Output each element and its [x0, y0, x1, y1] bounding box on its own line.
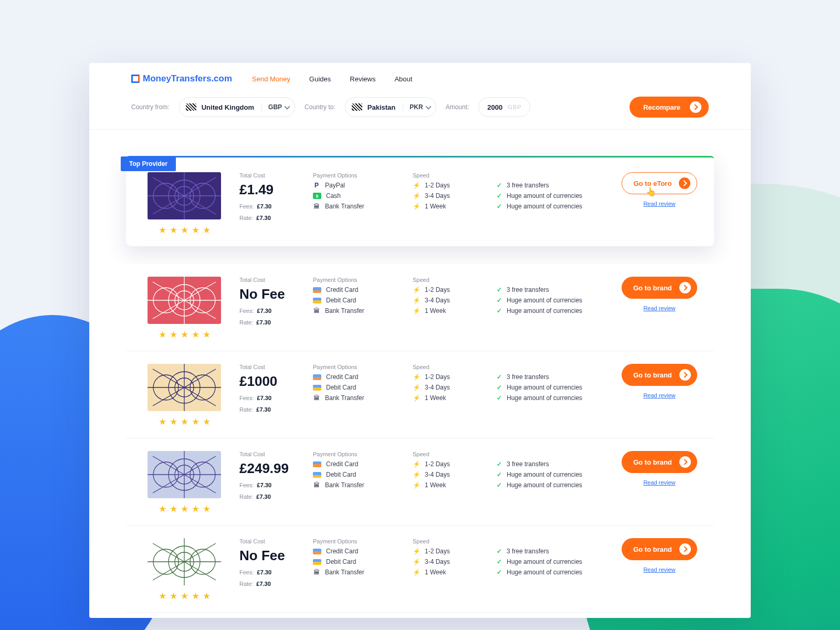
fees-row: Fees:£7.30	[239, 203, 302, 209]
debit-card-icon	[313, 472, 321, 478]
rate-row: Rate:£7.30	[239, 494, 302, 500]
go-to-provider-button[interactable]: Go to brand	[622, 277, 697, 299]
nav-reviews[interactable]: Reviews	[350, 75, 375, 83]
star-icon: ★	[192, 329, 200, 340]
star-icon: ★	[170, 591, 177, 602]
star-icon: ★	[181, 416, 188, 427]
read-review-link[interactable]: Read review	[643, 201, 675, 207]
benefit-row: ✓3 free transfers	[497, 286, 602, 293]
check-icon: ✓	[497, 384, 502, 391]
payment-option: 🏛Bank Transfer	[313, 394, 402, 402]
arrow-right-icon	[679, 177, 690, 189]
arrow-right-icon	[679, 369, 691, 381]
benefit-row: ✓Huge amount of currencies	[497, 558, 602, 565]
star-icon: ★	[192, 225, 200, 236]
star-rating: ★★★★★	[159, 591, 211, 602]
payment-option: Debit Card	[313, 471, 402, 478]
fees-row: Fees:£7.30	[239, 569, 302, 575]
payment-options-col: Payment Options Credit CardDebit Card🏛Ba…	[313, 538, 402, 602]
star-icon: ★	[159, 225, 166, 236]
main-nav: Send MoneyGuidesReviewsAbout	[252, 75, 412, 83]
from-country: United Kingdom	[196, 103, 261, 111]
star-icon: ★	[203, 225, 211, 236]
nav-send-money[interactable]: Send Money	[252, 75, 290, 83]
payment-options-col: Payment Options PPayPal$Cash🏛Bank Transf…	[313, 172, 402, 236]
check-icon: ✓	[497, 307, 502, 314]
payment-options-col: Payment Options Credit CardDebit Card🏛Ba…	[313, 451, 402, 514]
bolt-icon: ⚡	[413, 297, 420, 303]
speed-col: Speed ⚡1-2 Days⚡3-4 Days⚡1 Week	[413, 451, 486, 514]
amount-input[interactable]: 2000 GBP	[478, 97, 530, 117]
cta-col: Go to brand Read review	[612, 364, 707, 427]
speed-row: ⚡3-4 Days	[413, 192, 486, 200]
bank-icon: 🏛	[313, 395, 320, 401]
speed-label: Speed	[413, 451, 486, 457]
check-icon: ✓	[497, 182, 502, 189]
benefits-col: ✓3 free transfers✓Huge amount of currenc…	[497, 364, 602, 427]
payment-options-label: Payment Options	[313, 538, 402, 544]
provider-thumb-col: ★★★★★	[140, 538, 229, 602]
bolt-icon: ⚡	[413, 287, 420, 293]
benefit-row: ✓3 free transfers	[497, 460, 602, 468]
recompare-button[interactable]: Recompare	[629, 97, 709, 118]
star-icon: ★	[181, 225, 188, 236]
provider-card: ★★★★★ Total Cost £249.99 Fees:£7.30 Rate…	[126, 438, 714, 526]
star-icon: ★	[203, 591, 211, 602]
cash-icon: $	[313, 193, 321, 199]
go-to-provider-button[interactable]: Go to brand	[622, 364, 697, 386]
bank-icon: 🏛	[313, 569, 320, 575]
arrow-right-icon	[679, 456, 691, 468]
nav-about[interactable]: About	[394, 75, 412, 83]
speed-label: Speed	[413, 172, 486, 178]
payment-option: Debit Card	[313, 297, 402, 304]
read-review-link[interactable]: Read review	[643, 392, 675, 398]
star-icon: ★	[181, 503, 188, 514]
provider-thumb-col: ★★★★★	[140, 172, 229, 236]
to-currency-select[interactable]: PKR	[403, 103, 435, 111]
check-icon: ✓	[497, 373, 502, 381]
bolt-icon: ⚡	[413, 384, 420, 391]
read-review-link[interactable]: Read review	[643, 479, 675, 486]
payment-option: Debit Card	[313, 384, 402, 391]
speed-row: ⚡1 Week	[413, 481, 486, 489]
star-icon: ★	[203, 329, 211, 340]
fees-row: Fees:£7.30	[239, 482, 302, 488]
read-review-link[interactable]: Read review	[643, 305, 675, 311]
star-icon: ★	[192, 416, 200, 427]
read-review-link[interactable]: Read review	[643, 566, 675, 573]
rate-row: Rate:£7.30	[239, 319, 302, 326]
total-cost-label: Total Cost	[239, 277, 302, 283]
payment-options-label: Payment Options	[313, 364, 402, 370]
app-window: MoneyTransfers.com Send MoneyGuidesRevie…	[89, 63, 751, 618]
total-cost-label: Total Cost	[239, 538, 302, 544]
cta-col: Go to eToro Read review	[612, 172, 707, 236]
header: MoneyTransfers.com Send MoneyGuidesRevie…	[89, 63, 751, 93]
speed-col: Speed ⚡1-2 Days⚡3-4 Days⚡1 Week	[413, 277, 486, 340]
payment-option: Debit Card	[313, 558, 402, 565]
go-to-provider-button[interactable]: Go to brand	[622, 451, 697, 473]
provider-card: ★★★★★ Total Cost No Fee Fees:£7.30 Rate:…	[126, 526, 714, 613]
from-country-select[interactable]: United Kingdom GBP	[179, 97, 295, 117]
rate-row: Rate:£7.30	[239, 581, 302, 587]
logo[interactable]: MoneyTransfers.com	[131, 74, 232, 84]
check-icon: ✓	[497, 394, 502, 402]
provider-thumb-col: ★★★★★	[140, 451, 229, 514]
go-to-provider-button[interactable]: Go to brand	[622, 538, 697, 560]
speed-row: ⚡1-2 Days	[413, 182, 486, 189]
payment-options-label: Payment Options	[313, 172, 402, 178]
bolt-icon: ⚡	[413, 548, 420, 554]
from-currency-select[interactable]: GBP	[261, 103, 295, 111]
speed-row: ⚡1-2 Days	[413, 373, 486, 381]
nav-guides[interactable]: Guides	[309, 75, 331, 83]
star-icon: ★	[170, 503, 177, 514]
star-icon: ★	[170, 225, 177, 236]
bolt-icon: ⚡	[413, 482, 420, 488]
star-icon: ★	[192, 503, 200, 514]
benefit-row: ✓Huge amount of currencies	[497, 307, 602, 314]
benefit-row: ✓3 free transfers	[497, 182, 602, 189]
speed-col: Speed ⚡1-2 Days⚡3-4 Days⚡1 Week	[413, 172, 486, 236]
payment-options-col: Payment Options Credit CardDebit Card🏛Ba…	[313, 364, 402, 427]
go-to-provider-button[interactable]: Go to eToro	[622, 172, 698, 194]
to-country-select[interactable]: Pakistan PKR	[345, 97, 436, 117]
benefit-row: ✓Huge amount of currencies	[497, 192, 602, 200]
